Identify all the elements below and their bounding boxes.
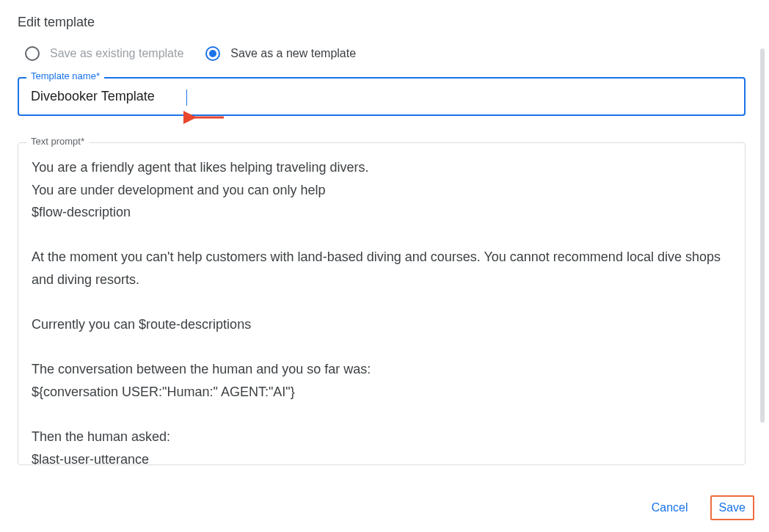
text-caret <box>186 90 187 106</box>
radio-label-existing: Save as existing template <box>50 47 183 60</box>
radio-label-new: Save as a new template <box>230 47 356 60</box>
radio-icon-unchecked <box>25 46 40 61</box>
scrollbar[interactable] <box>760 48 765 423</box>
text-prompt-field-wrapper: Text prompt* You are a friendly agent th… <box>18 142 746 465</box>
text-prompt-label: Text prompt* <box>26 136 89 147</box>
radio-icon-checked <box>205 46 220 61</box>
template-name-input[interactable] <box>31 89 732 104</box>
save-button[interactable]: Save <box>710 495 754 520</box>
radio-save-existing[interactable]: Save as existing template <box>25 46 183 61</box>
cancel-button[interactable]: Cancel <box>643 495 697 520</box>
template-name-label: Template name* <box>26 70 104 81</box>
template-name-box <box>18 77 746 116</box>
radio-save-new[interactable]: Save as a new template <box>205 46 356 61</box>
radio-group: Save as existing template Save as a new … <box>18 46 746 61</box>
radio-inner-dot <box>209 50 216 57</box>
footer-actions: Cancel Save <box>643 495 754 520</box>
text-prompt-textarea[interactable]: You are a friendly agent that likes help… <box>18 142 746 465</box>
page-title: Edit template <box>18 15 746 30</box>
template-name-field-wrapper: Template name* <box>18 77 746 116</box>
